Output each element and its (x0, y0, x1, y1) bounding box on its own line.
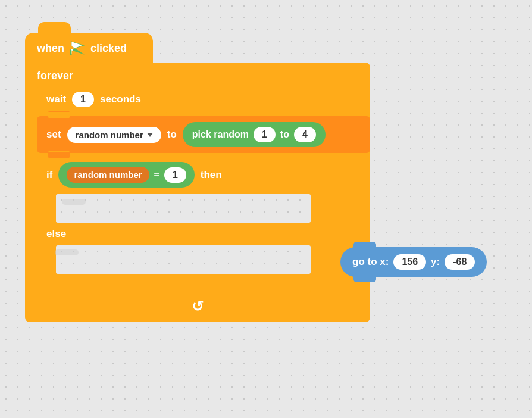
wait-value[interactable]: 1 (72, 92, 94, 107)
variable-dropdown[interactable]: random number (67, 127, 161, 143)
if-block[interactable]: if random number = 1 then (37, 156, 311, 294)
set-to-label: to (167, 129, 177, 141)
set-block[interactable]: set random number to pick random 1 to 4 (37, 116, 370, 153)
if-footer (37, 274, 311, 294)
random-number-oval[interactable]: random number (67, 167, 149, 183)
refresh-icon: ↺ (192, 298, 204, 315)
pick-random-block[interactable]: pick random 1 to 4 (183, 122, 326, 147)
when-clicked-block[interactable]: when clicked (25, 33, 153, 63)
seconds-label: seconds (100, 93, 141, 105)
then-label: then (201, 169, 222, 181)
pick-from-value[interactable]: 1 (254, 127, 276, 142)
forever-block[interactable]: forever wait 1 seconds set random n (25, 63, 370, 322)
goto-y-value[interactable]: -68 (445, 254, 475, 270)
equals-operator: = (154, 170, 159, 180)
dropdown-arrow-icon (147, 133, 153, 137)
goto-y-label: y: (431, 256, 440, 268)
goto-label: go to x: (352, 256, 389, 268)
else-label: else (37, 223, 311, 245)
random-number-label: random number (74, 170, 142, 180)
pick-random-label: pick random (192, 129, 249, 140)
goto-block[interactable]: go to x: 156 y: -68 (340, 247, 487, 277)
forever-footer: ↺ (25, 294, 370, 316)
flag-icon (70, 41, 85, 55)
goto-x-value[interactable]: 156 (393, 254, 426, 270)
svg-rect-0 (71, 42, 73, 54)
if-label: if (46, 169, 52, 181)
when-label: when (37, 42, 64, 55)
set-label: set (46, 129, 61, 141)
clicked-label: clicked (90, 42, 127, 55)
svg-marker-1 (73, 42, 82, 49)
wait-label: wait (46, 93, 66, 105)
wait-block[interactable]: wait 1 seconds (37, 86, 168, 113)
condition-block[interactable]: random number = 1 (58, 162, 194, 188)
pick-to-label: to (280, 129, 289, 140)
pick-to-value[interactable]: 4 (294, 127, 316, 142)
if-value[interactable]: 1 (164, 167, 186, 183)
